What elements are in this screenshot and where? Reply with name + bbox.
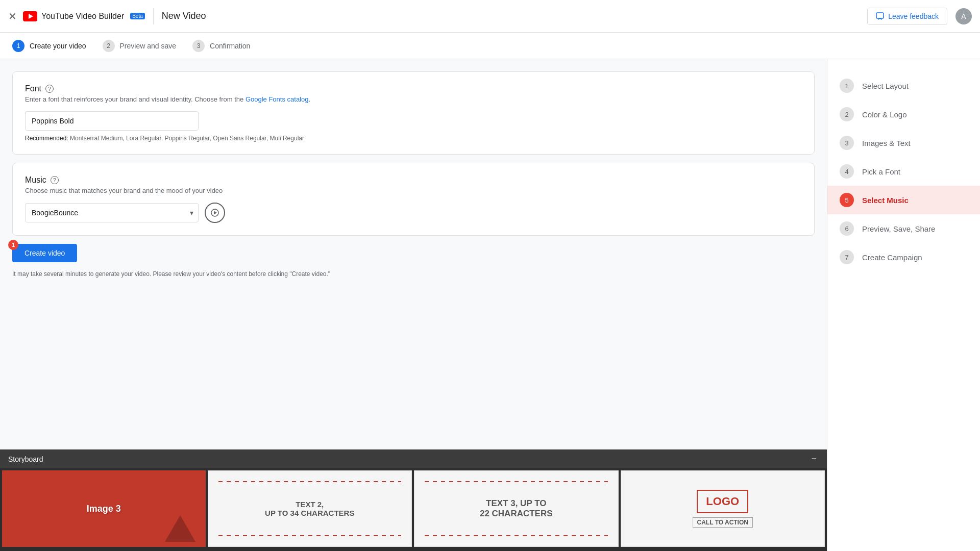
sidebar-label-pick-font: Pick a Font — [862, 167, 900, 176]
sidebar-label-color-logo: Color & Logo — [862, 110, 907, 119]
header-divider — [153, 8, 154, 24]
frame-4-logo: LOGO — [697, 490, 748, 513]
sidebar-label-select-layout: Select Layout — [862, 82, 909, 90]
frame-4-cta: CALL TO ACTION — [693, 517, 753, 528]
sidebar-step-2-num: 2 — [840, 107, 854, 121]
step-3-label: Confirmation — [210, 42, 250, 50]
google-fonts-link[interactable]: Google Fonts catalog — [246, 95, 309, 103]
sidebar-item-select-music[interactable]: 5 Select Music — [827, 186, 980, 214]
music-select-wrapper: BoogieBounce Chill Vibes Upbeat Energy C… — [25, 203, 802, 223]
font-input[interactable] — [25, 111, 199, 131]
sidebar-item-preview-save[interactable]: 6 Preview, Save, Share — [827, 214, 980, 243]
frame-2-top-decoration — [218, 481, 402, 482]
create-video-wrapper: 1 Create video — [12, 244, 77, 262]
step-1-label: Create your video — [30, 42, 86, 50]
step-2-label: Preview and save — [120, 42, 177, 50]
music-card-desc: Choose music that matches your brand and… — [25, 187, 802, 194]
storyboard-frames: Image 3 TEXT 2, UP TO 34 CHARACTERS TEXT… — [0, 468, 827, 551]
app-name-label: YouTube Video Builder — [41, 12, 124, 21]
beta-badge: Beta — [130, 13, 145, 19]
frame-3-bottom-decoration — [425, 535, 608, 536]
music-card-title: Music ? — [25, 176, 802, 185]
font-card-title: Font ? — [25, 84, 802, 93]
storyboard-frame-3[interactable]: TEXT 3, UP TO 22 CHARACTERS — [414, 470, 619, 547]
sidebar-label-create-campaign: Create Campaign — [862, 253, 922, 262]
sidebar-item-select-layout[interactable]: 1 Select Layout — [827, 71, 980, 100]
font-recommended: Recommended: Montserrat Medium, Lora Reg… — [25, 135, 802, 142]
frame-2-text: TEXT 2, UP TO 34 CHARACTERS — [265, 500, 354, 517]
youtube-icon — [23, 11, 37, 21]
avatar-initial: A — [961, 12, 966, 20]
frame-1-triangle-decoration — [165, 515, 195, 542]
feedback-label: Leave feedback — [888, 12, 939, 20]
create-video-badge: 1 — [8, 240, 18, 250]
avatar[interactable]: A — [955, 8, 972, 24]
sidebar: 1 Select Layout 2 Color & Logo 3 Images … — [827, 59, 980, 551]
music-play-button[interactable] — [205, 203, 225, 223]
music-card: Music ? Choose music that matches your b… — [12, 163, 815, 236]
page-title: New Video — [162, 11, 206, 21]
step-3-num: 3 — [192, 40, 205, 52]
svg-marker-4 — [214, 211, 217, 215]
storyboard: Storyboard − Image 3 TEXT 2, UP TO 34 CH… — [0, 449, 827, 551]
sidebar-step-5-num: 5 — [840, 193, 854, 207]
svg-rect-2 — [876, 13, 884, 18]
create-video-section: 1 Create video It may take several minut… — [12, 244, 815, 282]
step-3[interactable]: 3 Confirmation — [192, 40, 250, 52]
sidebar-step-7-num: 7 — [840, 250, 854, 264]
play-icon — [211, 209, 219, 217]
frame-3-top-decoration — [425, 481, 608, 482]
feedback-icon — [876, 12, 884, 20]
storyboard-header: Storyboard − — [0, 449, 827, 468]
sidebar-item-pick-font[interactable]: 4 Pick a Font — [827, 157, 980, 186]
step-1-num: 1 — [12, 40, 24, 52]
frame-1-content: Image 3 — [87, 504, 121, 514]
music-select[interactable]: BoogieBounce Chill Vibes Upbeat Energy C… — [25, 203, 199, 222]
sidebar-label-preview-save: Preview, Save, Share — [862, 224, 935, 233]
music-select-container: BoogieBounce Chill Vibes Upbeat Energy C… — [25, 203, 199, 222]
sidebar-label-select-music: Select Music — [862, 196, 909, 205]
font-card-desc: Enter a font that reinforces your brand … — [25, 95, 802, 103]
sidebar-item-create-campaign[interactable]: 7 Create Campaign — [827, 243, 980, 271]
feedback-button[interactable]: Leave feedback — [867, 8, 947, 25]
step-2-num: 2 — [103, 40, 115, 52]
storyboard-title: Storyboard — [8, 455, 43, 463]
header: ✕ YouTube Video Builder Beta New Video L… — [0, 0, 980, 33]
storyboard-frame-4[interactable]: LOGO CALL TO ACTION — [621, 470, 825, 547]
sidebar-label-images-text: Images & Text — [862, 139, 911, 147]
sidebar-item-images-text[interactable]: 3 Images & Text — [827, 129, 980, 157]
step-2[interactable]: 2 Preview and save — [103, 40, 177, 52]
storyboard-minimize-button[interactable]: − — [809, 454, 819, 464]
frame-3-text: TEXT 3, UP TO 22 CHARACTERS — [480, 498, 553, 519]
step-1[interactable]: 1 Create your video — [12, 40, 86, 52]
storyboard-frame-2[interactable]: TEXT 2, UP TO 34 CHARACTERS — [208, 470, 412, 547]
frame-1-label: Image 3 — [87, 504, 121, 514]
app-logo: YouTube Video Builder Beta — [23, 11, 145, 21]
sidebar-step-6-num: 6 — [840, 221, 854, 236]
stepper: 1 Create your video 2 Preview and save 3… — [0, 33, 980, 59]
font-card: Font ? Enter a font that reinforces your… — [12, 71, 815, 155]
create-video-button[interactable]: Create video — [12, 244, 77, 262]
music-help-icon[interactable]: ? — [51, 176, 59, 184]
create-video-hint: It may take several minutes to generate … — [12, 270, 815, 278]
font-help-icon[interactable]: ? — [45, 85, 54, 93]
sidebar-step-3-num: 3 — [840, 136, 854, 150]
close-button[interactable]: ✕ — [8, 10, 17, 22]
sidebar-step-4-num: 4 — [840, 164, 854, 179]
storyboard-frame-1[interactable]: Image 3 — [2, 470, 206, 547]
sidebar-step-1-num: 1 — [840, 79, 854, 93]
sidebar-item-color-logo[interactable]: 2 Color & Logo — [827, 100, 980, 129]
frame-2-bottom-decoration — [218, 535, 402, 536]
